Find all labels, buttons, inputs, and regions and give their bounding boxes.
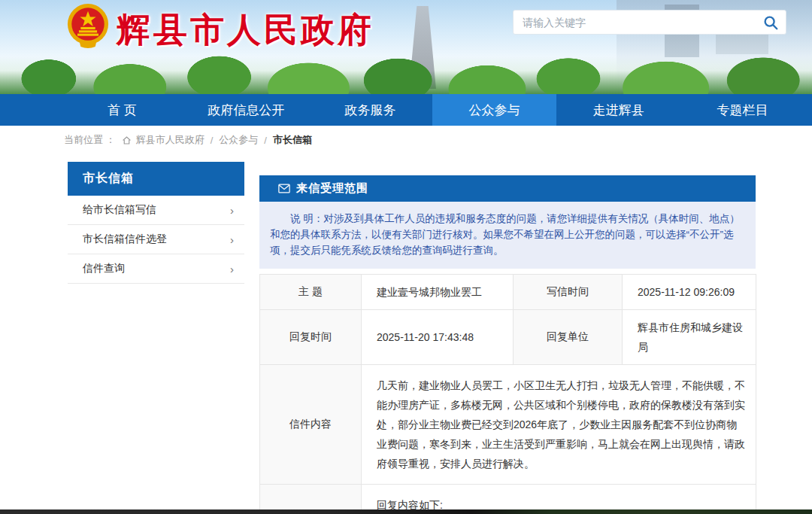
breadcrumb-prefix: 当前位置 ：: [64, 133, 116, 147]
sidebar-item-label: 信件查询: [83, 262, 125, 275]
home-icon: [122, 135, 132, 145]
letter-content-label: 信件内容: [260, 365, 362, 485]
nav-item-gov-info[interactable]: 政府信息公开: [184, 94, 308, 126]
search-icon: [762, 14, 779, 31]
panel-title: 来信受理范围: [296, 181, 368, 196]
sidebar-item-label: 给市长信箱写信: [83, 203, 156, 217]
sidebar-title: 市长信箱: [68, 162, 244, 196]
main-nav: 首 页 政府信息公开 政务服务 公众参与 走进辉县 专题栏目: [0, 94, 812, 126]
table-row: 信件内容 几天前，建业物业人员罢工，小区卫生无人打扫，垃圾无人管理，不能供暖，不…: [260, 365, 756, 485]
breadcrumb-separator: /: [264, 135, 267, 146]
content-area: 市长信箱 给市长信箱写信 › 市长信箱信件选登 › 信件查询 › 来信受理范围 …: [0, 154, 812, 514]
nav-item-services[interactable]: 政务服务: [308, 94, 432, 126]
chevron-right-icon: ›: [230, 204, 234, 217]
page-bottom-strip: [0, 509, 812, 514]
envelope-icon: [278, 184, 290, 193]
letter-table: 主 题 建业壹号城邦物业罢工 写信时间 2025-11-12 09:26:09 …: [259, 274, 756, 514]
subject-value: 建业壹号城邦物业罢工: [362, 275, 514, 310]
search-box: [513, 10, 786, 35]
national-emblem-icon: [66, 3, 110, 48]
banner-trees: [0, 49, 812, 94]
sidebar-item-write-letter[interactable]: 给市长信箱写信 ›: [68, 196, 244, 225]
nav-item-home[interactable]: 首 页: [60, 94, 184, 126]
reply-time-value: 2025-11-20 17:43:48: [362, 310, 514, 365]
reply-time-label: 回复时间: [260, 310, 362, 365]
subject-label: 主 题: [260, 275, 362, 310]
reply-unit-value: 辉县市住房和城乡建设局: [623, 310, 756, 365]
table-row: 回复时间 2025-11-20 17:43:48 回复单位 辉县市住房和城乡建设…: [260, 310, 756, 365]
sidebar-item-label: 市长信箱信件选登: [83, 233, 167, 246]
search-button[interactable]: [756, 11, 786, 34]
chevron-right-icon: ›: [230, 233, 234, 246]
write-time-label: 写信时间: [514, 275, 623, 310]
panel-header: 来信受理范围: [259, 175, 756, 202]
sidebar: 市长信箱 给市长信箱写信 › 市长信箱信件选登 › 信件查询 ›: [68, 162, 244, 284]
breadcrumb-section-link[interactable]: 公众参与: [219, 133, 258, 147]
breadcrumb: 当前位置 ： 辉县市人民政府 / 公众参与 / 市长信箱: [0, 126, 812, 154]
chevron-right-icon: ›: [230, 263, 234, 275]
write-time-value: 2025-11-12 09:26:09: [623, 275, 756, 310]
sidebar-item-selected-letters[interactable]: 市长信箱信件选登 ›: [68, 225, 244, 254]
table-row: 主 题 建业壹号城邦物业罢工 写信时间 2025-11-12 09:26:09: [260, 275, 756, 310]
nav-item-special-topics[interactable]: 专题栏目: [680, 94, 804, 126]
site-banner: 辉县市人民政府: [0, 0, 812, 94]
notice-text: 说 明：对涉及到具体工作人员的违规和服务态度的问题，请您详细提供有关情况（具体时…: [259, 202, 756, 269]
reply-unit-label: 回复单位: [514, 310, 623, 365]
nav-item-public-participation[interactable]: 公众参与: [432, 94, 556, 126]
nav-item-about-huixian[interactable]: 走进辉县: [556, 94, 680, 126]
main-panel: 来信受理范围 说 明：对涉及到具体工作人员的违规和服务态度的问题，请您详细提供有…: [259, 175, 756, 514]
search-input[interactable]: [514, 17, 756, 29]
letter-content-value: 几天前，建业物业人员罢工，小区卫生无人打扫，垃圾无人管理，不能供暖，不能办理房产…: [362, 365, 756, 485]
breadcrumb-home-link[interactable]: 辉县市人民政府: [136, 133, 205, 147]
breadcrumb-separator: /: [211, 135, 214, 146]
sidebar-item-letter-query[interactable]: 信件查询 ›: [68, 254, 244, 284]
site-title: 辉县市人民政府: [117, 8, 374, 53]
breadcrumb-current: 市长信箱: [273, 133, 312, 147]
